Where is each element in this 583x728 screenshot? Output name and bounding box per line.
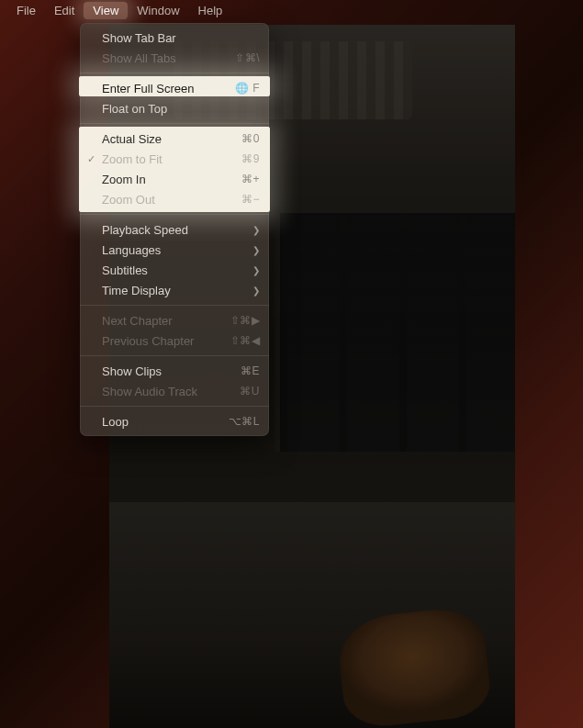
menu-item-shortcut: ⇧⌘▶ xyxy=(230,314,261,327)
menubar-item-edit[interactable]: Edit xyxy=(45,2,84,19)
menu-item-label: Languages xyxy=(102,243,247,257)
menubar-item-window[interactable]: Window xyxy=(128,2,188,19)
menu-item-label: Show All Tabs xyxy=(102,51,235,65)
menu-separator xyxy=(80,123,269,124)
menu-item-zoom-in[interactable]: Zoom In ⌘+ xyxy=(80,169,269,189)
menubar-item-help[interactable]: Help xyxy=(189,2,232,19)
menu-separator xyxy=(80,355,269,356)
chevron-right-icon: ❯ xyxy=(252,286,260,296)
menu-item-label: Loop xyxy=(102,415,229,429)
menu-item-shortcut: 🌐 F xyxy=(235,82,260,95)
menu-item-label: Show Audio Track xyxy=(102,385,240,398)
menu-item-loop[interactable]: Loop ⌥⌘L xyxy=(80,411,269,431)
menu-item-shortcut: ⌘+ xyxy=(241,173,260,185)
menu-item-label: Actual Size xyxy=(102,132,241,146)
system-menubar: File Edit View Window Help xyxy=(0,0,583,20)
checkmark-icon: ✓ xyxy=(87,153,95,165)
menu-item-label: Zoom In xyxy=(102,173,241,186)
menu-item-label: Time Display xyxy=(102,284,247,297)
menu-item-label: Zoom Out xyxy=(102,193,241,207)
menu-item-actual-size[interactable]: Actual Size ⌘0 xyxy=(80,129,269,149)
chevron-right-icon: ❯ xyxy=(252,245,260,255)
menu-item-shortcut: ⌘9 xyxy=(241,152,260,165)
menu-item-zoom-to-fit: ✓ Zoom to Fit ⌘9 xyxy=(80,149,269,169)
menubar-item-file[interactable]: File xyxy=(7,2,45,19)
menu-item-show-clips[interactable]: Show Clips ⌘E xyxy=(80,361,269,381)
menu-item-show-all-tabs: Show All Tabs ⇧⌘\ xyxy=(80,48,269,68)
menu-item-label: Subtitles xyxy=(102,263,247,277)
chevron-right-icon: ❯ xyxy=(252,265,260,275)
menu-item-label: Next Chapter xyxy=(102,314,230,328)
chevron-right-icon: ❯ xyxy=(252,225,260,235)
menu-item-shortcut: ⌘U xyxy=(240,385,260,398)
menu-item-subtitles[interactable]: Subtitles ❯ xyxy=(80,260,269,280)
menu-item-shortcut: ⌘0 xyxy=(241,132,260,145)
menu-separator xyxy=(80,406,269,407)
menu-item-label: Zoom to Fit xyxy=(102,152,241,166)
menu-item-previous-chapter: Previous Chapter ⇧⌘◀ xyxy=(80,330,269,351)
menubar-item-view[interactable]: View xyxy=(84,2,128,19)
menu-item-enter-full-screen[interactable]: Enter Full Screen 🌐 F xyxy=(80,78,269,98)
menu-item-label: Playback Speed xyxy=(102,223,247,237)
view-menu: Show Tab Bar Show All Tabs ⇧⌘\ Enter Ful… xyxy=(80,23,269,436)
menu-separator xyxy=(80,305,269,306)
menu-item-show-audio-track: Show Audio Track ⌘U xyxy=(80,381,269,401)
menu-item-time-display[interactable]: Time Display ❯ xyxy=(80,280,269,300)
menu-item-shortcut: ⇧⌘◀ xyxy=(230,334,261,347)
menu-item-label: Show Tab Bar xyxy=(102,31,260,45)
menu-item-shortcut: ⌥⌘L xyxy=(229,415,260,428)
menu-item-zoom-out: Zoom Out ⌘− xyxy=(80,189,269,209)
menu-item-label: Float on Top xyxy=(102,102,260,116)
menu-item-shortcut: ⌘− xyxy=(241,193,260,206)
menu-item-show-tab-bar[interactable]: Show Tab Bar xyxy=(80,28,269,48)
menu-item-label: Show Clips xyxy=(102,364,241,378)
menu-separator xyxy=(80,214,269,215)
menu-item-shortcut: ⌘E xyxy=(241,364,260,377)
menu-separator xyxy=(80,73,269,73)
menu-item-playback-speed[interactable]: Playback Speed ❯ xyxy=(80,219,269,240)
menu-item-languages[interactable]: Languages ❯ xyxy=(80,240,269,260)
menu-item-float-on-top[interactable]: Float on Top xyxy=(80,98,269,118)
menu-item-next-chapter: Next Chapter ⇧⌘▶ xyxy=(80,310,269,330)
menu-item-shortcut: ⇧⌘\ xyxy=(235,51,260,64)
menu-item-label: Enter Full Screen xyxy=(102,82,235,95)
menu-item-label: Previous Chapter xyxy=(102,334,230,348)
